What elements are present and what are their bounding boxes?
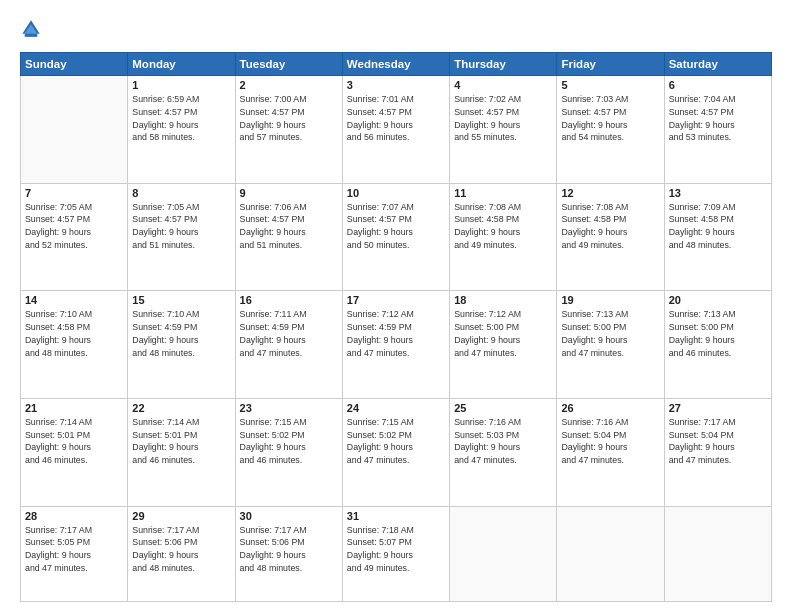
- calendar-cell: 12Sunrise: 7:08 AM Sunset: 4:58 PM Dayli…: [557, 183, 664, 291]
- calendar-cell: 23Sunrise: 7:15 AM Sunset: 5:02 PM Dayli…: [235, 398, 342, 506]
- day-info: Sunrise: 7:17 AM Sunset: 5:06 PM Dayligh…: [132, 524, 230, 575]
- day-info: Sunrise: 7:16 AM Sunset: 5:03 PM Dayligh…: [454, 416, 552, 467]
- calendar-cell: 26Sunrise: 7:16 AM Sunset: 5:04 PM Dayli…: [557, 398, 664, 506]
- calendar-cell: 22Sunrise: 7:14 AM Sunset: 5:01 PM Dayli…: [128, 398, 235, 506]
- svg-rect-2: [25, 34, 38, 37]
- day-number: 17: [347, 294, 445, 306]
- day-number: 11: [454, 187, 552, 199]
- calendar-cell: 28Sunrise: 7:17 AM Sunset: 5:05 PM Dayli…: [21, 506, 128, 601]
- day-number: 16: [240, 294, 338, 306]
- calendar-week-4: 21Sunrise: 7:14 AM Sunset: 5:01 PM Dayli…: [21, 398, 772, 506]
- day-info: Sunrise: 7:05 AM Sunset: 4:57 PM Dayligh…: [132, 201, 230, 252]
- day-info: Sunrise: 7:11 AM Sunset: 4:59 PM Dayligh…: [240, 308, 338, 359]
- day-number: 5: [561, 79, 659, 91]
- day-number: 31: [347, 510, 445, 522]
- weekday-header-sunday: Sunday: [21, 53, 128, 76]
- logo-icon: [20, 18, 42, 40]
- day-info: Sunrise: 7:08 AM Sunset: 4:58 PM Dayligh…: [561, 201, 659, 252]
- day-info: Sunrise: 7:09 AM Sunset: 4:58 PM Dayligh…: [669, 201, 767, 252]
- day-info: Sunrise: 7:12 AM Sunset: 5:00 PM Dayligh…: [454, 308, 552, 359]
- day-number: 1: [132, 79, 230, 91]
- day-info: Sunrise: 7:07 AM Sunset: 4:57 PM Dayligh…: [347, 201, 445, 252]
- page: SundayMondayTuesdayWednesdayThursdayFrid…: [0, 0, 792, 612]
- calendar-week-5: 28Sunrise: 7:17 AM Sunset: 5:05 PM Dayli…: [21, 506, 772, 601]
- day-number: 28: [25, 510, 123, 522]
- calendar-cell: 15Sunrise: 7:10 AM Sunset: 4:59 PM Dayli…: [128, 291, 235, 399]
- calendar-cell: 27Sunrise: 7:17 AM Sunset: 5:04 PM Dayli…: [664, 398, 771, 506]
- day-info: Sunrise: 7:03 AM Sunset: 4:57 PM Dayligh…: [561, 93, 659, 144]
- calendar-cell: 4Sunrise: 7:02 AM Sunset: 4:57 PM Daylig…: [450, 76, 557, 184]
- calendar-cell: 24Sunrise: 7:15 AM Sunset: 5:02 PM Dayli…: [342, 398, 449, 506]
- calendar-cell: [664, 506, 771, 601]
- day-number: 21: [25, 402, 123, 414]
- day-number: 22: [132, 402, 230, 414]
- calendar-cell: 20Sunrise: 7:13 AM Sunset: 5:00 PM Dayli…: [664, 291, 771, 399]
- day-number: 3: [347, 79, 445, 91]
- day-info: Sunrise: 7:05 AM Sunset: 4:57 PM Dayligh…: [25, 201, 123, 252]
- calendar-cell: [557, 506, 664, 601]
- day-number: 27: [669, 402, 767, 414]
- calendar-cell: [21, 76, 128, 184]
- day-info: Sunrise: 7:18 AM Sunset: 5:07 PM Dayligh…: [347, 524, 445, 575]
- logo: [20, 18, 46, 40]
- day-number: 13: [669, 187, 767, 199]
- weekday-header-tuesday: Tuesday: [235, 53, 342, 76]
- calendar-cell: 10Sunrise: 7:07 AM Sunset: 4:57 PM Dayli…: [342, 183, 449, 291]
- weekday-header-saturday: Saturday: [664, 53, 771, 76]
- day-info: Sunrise: 7:17 AM Sunset: 5:05 PM Dayligh…: [25, 524, 123, 575]
- calendar-cell: 5Sunrise: 7:03 AM Sunset: 4:57 PM Daylig…: [557, 76, 664, 184]
- day-info: Sunrise: 7:17 AM Sunset: 5:04 PM Dayligh…: [669, 416, 767, 467]
- day-info: Sunrise: 7:14 AM Sunset: 5:01 PM Dayligh…: [25, 416, 123, 467]
- day-info: Sunrise: 7:10 AM Sunset: 4:58 PM Dayligh…: [25, 308, 123, 359]
- calendar-cell: 2Sunrise: 7:00 AM Sunset: 4:57 PM Daylig…: [235, 76, 342, 184]
- day-info: Sunrise: 7:14 AM Sunset: 5:01 PM Dayligh…: [132, 416, 230, 467]
- day-info: Sunrise: 7:08 AM Sunset: 4:58 PM Dayligh…: [454, 201, 552, 252]
- day-number: 26: [561, 402, 659, 414]
- day-info: Sunrise: 7:17 AM Sunset: 5:06 PM Dayligh…: [240, 524, 338, 575]
- day-number: 8: [132, 187, 230, 199]
- day-number: 10: [347, 187, 445, 199]
- day-number: 19: [561, 294, 659, 306]
- day-number: 30: [240, 510, 338, 522]
- day-number: 4: [454, 79, 552, 91]
- calendar-cell: 17Sunrise: 7:12 AM Sunset: 4:59 PM Dayli…: [342, 291, 449, 399]
- day-number: 18: [454, 294, 552, 306]
- day-info: Sunrise: 7:02 AM Sunset: 4:57 PM Dayligh…: [454, 93, 552, 144]
- day-number: 24: [347, 402, 445, 414]
- calendar-cell: 31Sunrise: 7:18 AM Sunset: 5:07 PM Dayli…: [342, 506, 449, 601]
- day-number: 6: [669, 79, 767, 91]
- day-number: 23: [240, 402, 338, 414]
- day-number: 29: [132, 510, 230, 522]
- day-info: Sunrise: 6:59 AM Sunset: 4:57 PM Dayligh…: [132, 93, 230, 144]
- day-number: 25: [454, 402, 552, 414]
- calendar-week-2: 7Sunrise: 7:05 AM Sunset: 4:57 PM Daylig…: [21, 183, 772, 291]
- day-number: 2: [240, 79, 338, 91]
- day-number: 20: [669, 294, 767, 306]
- weekday-header-monday: Monday: [128, 53, 235, 76]
- day-info: Sunrise: 7:06 AM Sunset: 4:57 PM Dayligh…: [240, 201, 338, 252]
- calendar-cell: 13Sunrise: 7:09 AM Sunset: 4:58 PM Dayli…: [664, 183, 771, 291]
- day-info: Sunrise: 7:15 AM Sunset: 5:02 PM Dayligh…: [240, 416, 338, 467]
- day-info: Sunrise: 7:13 AM Sunset: 5:00 PM Dayligh…: [561, 308, 659, 359]
- weekday-header-thursday: Thursday: [450, 53, 557, 76]
- calendar-cell: 25Sunrise: 7:16 AM Sunset: 5:03 PM Dayli…: [450, 398, 557, 506]
- day-number: 7: [25, 187, 123, 199]
- weekday-header-row: SundayMondayTuesdayWednesdayThursdayFrid…: [21, 53, 772, 76]
- calendar-cell: 30Sunrise: 7:17 AM Sunset: 5:06 PM Dayli…: [235, 506, 342, 601]
- day-info: Sunrise: 7:16 AM Sunset: 5:04 PM Dayligh…: [561, 416, 659, 467]
- calendar-cell: 21Sunrise: 7:14 AM Sunset: 5:01 PM Dayli…: [21, 398, 128, 506]
- calendar-cell: 9Sunrise: 7:06 AM Sunset: 4:57 PM Daylig…: [235, 183, 342, 291]
- day-number: 9: [240, 187, 338, 199]
- calendar-cell: 3Sunrise: 7:01 AM Sunset: 4:57 PM Daylig…: [342, 76, 449, 184]
- calendar-cell: 8Sunrise: 7:05 AM Sunset: 4:57 PM Daylig…: [128, 183, 235, 291]
- calendar-cell: 16Sunrise: 7:11 AM Sunset: 4:59 PM Dayli…: [235, 291, 342, 399]
- day-number: 15: [132, 294, 230, 306]
- calendar-cell: 6Sunrise: 7:04 AM Sunset: 4:57 PM Daylig…: [664, 76, 771, 184]
- day-info: Sunrise: 7:01 AM Sunset: 4:57 PM Dayligh…: [347, 93, 445, 144]
- calendar-week-1: 1Sunrise: 6:59 AM Sunset: 4:57 PM Daylig…: [21, 76, 772, 184]
- header: [20, 18, 772, 40]
- calendar-table: SundayMondayTuesdayWednesdayThursdayFrid…: [20, 52, 772, 602]
- weekday-header-wednesday: Wednesday: [342, 53, 449, 76]
- day-number: 14: [25, 294, 123, 306]
- calendar-cell: 7Sunrise: 7:05 AM Sunset: 4:57 PM Daylig…: [21, 183, 128, 291]
